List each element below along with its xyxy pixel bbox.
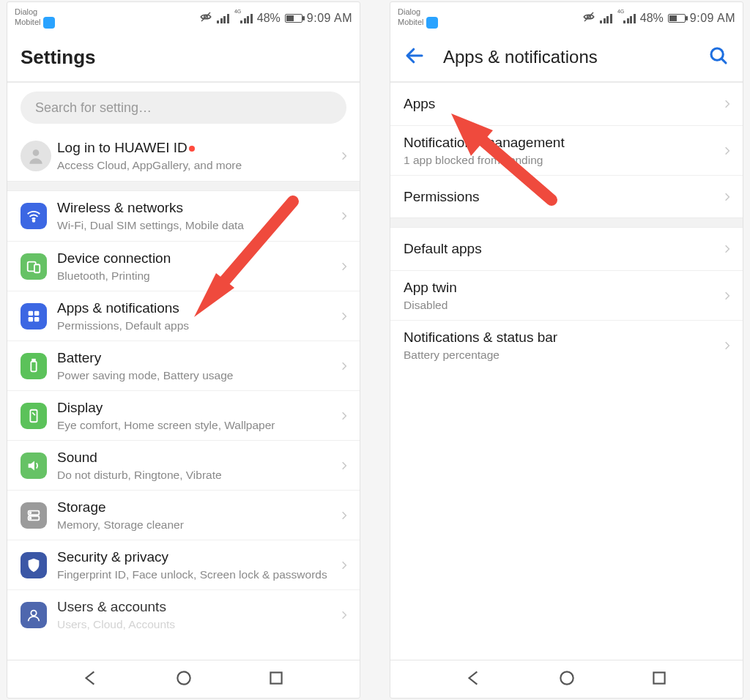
svg-rect-8: [29, 316, 33, 321]
row-apps[interactable]: Apps: [390, 83, 743, 125]
battery-percent: 48%: [640, 12, 664, 25]
nav-home-button[interactable]: [557, 669, 576, 690]
battery-icon: [285, 14, 302, 23]
row-wireless-networks[interactable]: Wireless & networksWi-Fi, Dual SIM setti…: [7, 191, 360, 241]
android-navbar: [390, 660, 743, 698]
eye-comfort-icon: [199, 10, 212, 26]
svg-line-1: [201, 12, 210, 21]
apps-group-2: Default apps App twinDisabled Notificati…: [390, 228, 743, 370]
svg-point-2: [33, 149, 40, 156]
svg-rect-20: [271, 672, 282, 683]
wifi-icon: [21, 203, 47, 229]
chevron-right-icon: [722, 143, 732, 159]
section-separator: [7, 181, 360, 191]
search-button[interactable]: [708, 45, 729, 70]
row-display[interactable]: DisplayEye comfort, Home screen style, W…: [7, 390, 360, 440]
svg-point-18: [31, 610, 36, 615]
chevron-right-icon: [339, 507, 349, 524]
row-notifications-status-bar[interactable]: Notifications & status barBattery percen…: [390, 320, 743, 370]
search-placeholder: Search for setting…: [35, 100, 152, 116]
svg-point-19: [177, 671, 190, 684]
page-title: Settings: [21, 46, 96, 69]
status-bar: Dialog Mobitel 4G 48% 9:09 AM: [7, 2, 360, 33]
svg-rect-5: [34, 264, 40, 272]
chevron-right-icon: [722, 338, 732, 354]
row-device-connection[interactable]: Device connectionBluetooth, Printing: [7, 241, 360, 291]
notification-app-icon: [43, 17, 55, 29]
row-users-accounts[interactable]: Users & accountsUsers, Cloud, Accounts: [7, 589, 360, 639]
battery-row-icon: [21, 353, 47, 379]
row-app-twin[interactable]: App twinDisabled: [390, 270, 743, 320]
phone-settings: Dialog Mobitel 4G 48% 9:09 AM Settings S…: [7, 1, 360, 699]
eye-comfort-icon: [582, 10, 595, 26]
svg-rect-10: [31, 361, 36, 371]
chevron-right-icon: [339, 208, 349, 224]
carrier-labels: Dialog Mobitel: [15, 8, 55, 29]
battery-percent: 48%: [257, 12, 281, 25]
nav-home-button[interactable]: [174, 669, 193, 690]
svg-rect-29: [654, 672, 665, 683]
battery-icon: [668, 14, 686, 23]
nav-recent-button[interactable]: [650, 669, 669, 690]
signal-sim1-icon: [600, 13, 612, 23]
chevron-right-icon: [339, 557, 349, 573]
chevron-right-icon: [339, 258, 349, 275]
display-icon: [21, 403, 47, 429]
chevron-right-icon: [722, 96, 732, 112]
row-notifications-management[interactable]: Notifications management1 app blocked fr…: [390, 125, 743, 175]
search-input[interactable]: Search for setting…: [21, 92, 346, 124]
carrier-labels: Dialog Mobitel: [398, 8, 438, 29]
nav-recent-button[interactable]: [267, 669, 286, 690]
svg-rect-12: [30, 409, 37, 422]
row-storage[interactable]: StorageMemory, Storage cleaner: [7, 490, 360, 540]
chevron-right-icon: [339, 607, 349, 623]
row-battery[interactable]: BatteryPower saving mode, Battery usage: [7, 340, 360, 390]
android-navbar: [7, 660, 360, 698]
svg-point-17: [30, 517, 31, 518]
phone-apps-notifications: Dialog Mobitel 4G 48% 9:09 AM Apps & not…: [390, 1, 743, 699]
section-separator: [390, 217, 743, 228]
chevron-right-icon: [722, 189, 732, 205]
svg-rect-6: [29, 310, 33, 315]
clock: 9:09 AM: [307, 12, 352, 25]
chevron-right-icon: [722, 288, 732, 304]
settings-list: Wireless & networksWi-Fi, Dual SIM setti…: [7, 191, 360, 639]
row-default-apps[interactable]: Default apps: [390, 228, 743, 270]
svg-line-24: [584, 12, 593, 21]
back-button[interactable]: [404, 45, 426, 70]
chevron-right-icon: [339, 458, 349, 474]
svg-line-13: [32, 412, 35, 415]
svg-rect-9: [34, 316, 39, 321]
row-sound[interactable]: SoundDo not disturb, Ringtone, Vibrate: [7, 440, 360, 490]
notification-app-icon: [426, 17, 438, 29]
nav-back-button[interactable]: [81, 669, 100, 690]
login-title: Log in to HUAWEI ID: [57, 139, 333, 157]
chevron-right-icon: [722, 241, 732, 257]
title-bar: Settings: [7, 33, 360, 83]
clock: 9:09 AM: [690, 12, 735, 25]
chevron-right-icon: [339, 358, 349, 374]
device-icon: [21, 253, 47, 280]
alert-dot-icon: [189, 146, 195, 152]
title-bar: Apps & notifications: [390, 33, 743, 83]
apps-group-1: Apps Notifications management1 app block…: [390, 83, 743, 217]
chevron-right-icon: [339, 148, 349, 164]
row-security-privacy[interactable]: Security & privacyFingerprint ID, Face u…: [7, 540, 360, 589]
login-row[interactable]: Log in to HUAWEI ID Access Cloud, AppGal…: [7, 131, 360, 181]
apps-icon: [21, 303, 47, 329]
row-permissions[interactable]: Permissions: [390, 175, 743, 217]
chevron-right-icon: [339, 408, 349, 424]
svg-point-16: [30, 512, 31, 513]
svg-rect-11: [32, 359, 35, 361]
shield-icon: [21, 552, 47, 578]
signal-sim1-icon: [217, 13, 229, 23]
svg-point-3: [33, 220, 35, 222]
chevron-right-icon: [339, 308, 349, 324]
login-sub: Access Cloud, AppGallery, and more: [57, 158, 333, 172]
nav-back-button[interactable]: [464, 669, 483, 690]
svg-rect-7: [34, 310, 39, 315]
status-bar: Dialog Mobitel 4G 48% 9:09 AM: [390, 2, 743, 33]
row-apps-notifications[interactable]: Apps & notificationsPermissions, Default…: [7, 291, 360, 340]
svg-point-28: [560, 671, 573, 684]
signal-sim2-icon: 4G: [617, 13, 636, 23]
